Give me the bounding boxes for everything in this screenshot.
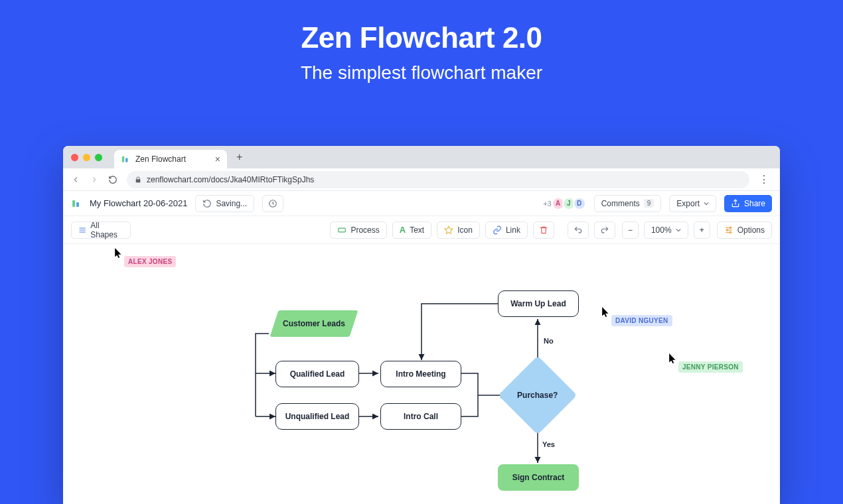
- node-qualified-lead[interactable]: Qualified Lead: [275, 361, 359, 387]
- comments-label: Comments: [601, 199, 640, 208]
- close-window-button[interactable]: [71, 154, 78, 161]
- zoom-value: 100%: [651, 225, 672, 235]
- new-tab-button[interactable]: +: [232, 151, 246, 163]
- delete-button[interactable]: [533, 221, 554, 239]
- app-header: My Flowchart 20-06-2021 Saving... +3 A J…: [63, 191, 780, 216]
- process-label: Process: [350, 225, 379, 235]
- close-tab-button[interactable]: ×: [215, 155, 220, 164]
- svg-point-6: [729, 227, 731, 228]
- browser-window: Zen Flowchart × + zenflowchart.com/docs/…: [63, 146, 780, 504]
- browser-tabstrip: Zen Flowchart × +: [63, 146, 780, 168]
- window-controls: [71, 154, 102, 161]
- share-label: Share: [744, 199, 765, 208]
- forward-button[interactable]: [90, 175, 102, 184]
- avatars-overflow-count: +3: [543, 200, 552, 208]
- node-unqualified-lead[interactable]: Unqualified Lead: [275, 403, 359, 430]
- maximize-window-button[interactable]: [95, 154, 102, 161]
- undo-button[interactable]: [568, 221, 589, 239]
- icon-button[interactable]: Icon: [437, 221, 480, 239]
- collaborator-cursor-david: DAVID NGUYEN: [611, 315, 672, 326]
- app-logo-icon: [71, 198, 82, 209]
- export-label: Export: [676, 199, 700, 208]
- link-button[interactable]: Link: [485, 221, 528, 239]
- favicon-icon: [121, 155, 130, 164]
- reload-button[interactable]: [108, 175, 120, 184]
- svg-rect-3: [76, 202, 79, 207]
- url-text: zenflowchart.com/docs/Jka40MIRtoFTikgSpJ…: [147, 175, 314, 184]
- export-button[interactable]: Export: [669, 195, 716, 212]
- text-button[interactable]: A Text: [392, 221, 431, 239]
- collaborator-avatars[interactable]: +3 A J D: [543, 197, 586, 210]
- url-input[interactable]: zenflowchart.com/docs/Jka40MIRtoFTikgSpJ…: [127, 171, 749, 188]
- process-button[interactable]: Process: [330, 221, 386, 239]
- edge-label-no: No: [544, 337, 554, 345]
- minimize-window-button[interactable]: [83, 154, 90, 161]
- options-label: Options: [737, 225, 765, 235]
- all-shapes-button[interactable]: All Shapes: [71, 221, 131, 239]
- zoom-out-button[interactable]: −: [622, 221, 639, 239]
- node-intro-meeting[interactable]: Intro Meeting: [380, 361, 461, 387]
- browser-address-bar: zenflowchart.com/docs/Jka40MIRtoFTikgSpJ…: [63, 168, 780, 191]
- flowchart-canvas[interactable]: Customer Leads Qualified Lead Unqualifie…: [63, 244, 780, 504]
- collaborator-cursor-alex: ALEX JONES: [124, 256, 176, 267]
- hero-subtitle: The simplest flowchart maker: [0, 62, 843, 84]
- node-label: Sign Contract: [512, 473, 565, 482]
- node-label: Qualified Lead: [290, 369, 345, 379]
- browser-tab[interactable]: Zen Flowchart ×: [114, 150, 227, 168]
- node-label: Warm Up Lead: [510, 299, 566, 308]
- document-name[interactable]: My Flowchart 20-06-2021: [90, 198, 187, 208]
- saving-indicator: Saving...: [195, 195, 254, 212]
- lock-icon: [135, 176, 141, 184]
- svg-point-8: [729, 231, 731, 233]
- svg-rect-2: [72, 200, 75, 207]
- zoom-level[interactable]: 100%: [644, 221, 688, 239]
- hero: Zen Flowchart 2.0 The simplest flowchart…: [0, 0, 843, 84]
- edge-label-yes: Yes: [542, 440, 555, 448]
- collaborator-cursor-jenny: JENNY PIERSON: [678, 361, 743, 373]
- redo-button[interactable]: [594, 221, 615, 239]
- history-button[interactable]: [262, 195, 283, 212]
- node-sign-contract[interactable]: Sign Contract: [498, 464, 579, 491]
- tab-title: Zen Flowchart: [135, 155, 186, 164]
- back-button[interactable]: [71, 175, 83, 184]
- node-label: Purchase?: [517, 391, 558, 400]
- node-customer-leads[interactable]: Customer Leads: [270, 310, 358, 337]
- icon-label: Icon: [457, 225, 473, 235]
- cursor-icon: [115, 248, 122, 259]
- cursor-icon: [602, 307, 609, 318]
- hero-title: Zen Flowchart 2.0: [0, 21, 843, 54]
- node-label: Customer Leads: [283, 319, 345, 328]
- zoom-group: − 100% +: [622, 221, 710, 239]
- comments-count: 9: [644, 199, 654, 208]
- zoom-in-button[interactable]: +: [694, 221, 710, 239]
- insert-group: Process A Text Icon Link: [330, 221, 554, 239]
- options-button[interactable]: Options: [717, 221, 772, 239]
- browser-menu-button[interactable]: ⋮: [756, 173, 772, 186]
- share-button[interactable]: Share: [724, 195, 772, 212]
- avatar[interactable]: D: [573, 197, 586, 210]
- node-warm-up-lead[interactable]: Warm Up Lead: [498, 290, 579, 317]
- saving-label: Saving...: [216, 199, 247, 208]
- svg-rect-1: [125, 158, 128, 162]
- node-purchase-decision[interactable]: Purchase?: [498, 356, 577, 435]
- cursor-icon: [669, 353, 676, 364]
- node-label: Intro Meeting: [396, 369, 445, 379]
- svg-point-7: [726, 229, 728, 230]
- comments-button[interactable]: Comments 9: [594, 195, 662, 212]
- svg-rect-0: [122, 157, 125, 162]
- history-group: [568, 221, 615, 239]
- node-label: Intro Call: [404, 412, 438, 421]
- all-shapes-label: All Shapes: [90, 221, 123, 239]
- editor-toolbar: All Shapes Process A Text Icon Link: [63, 216, 780, 244]
- svg-rect-5: [339, 228, 346, 232]
- node-label: Unqualified Lead: [285, 412, 350, 421]
- link-label: Link: [506, 225, 520, 235]
- text-icon: A: [400, 225, 406, 235]
- text-label: Text: [410, 225, 424, 235]
- node-intro-call[interactable]: Intro Call: [380, 403, 461, 430]
